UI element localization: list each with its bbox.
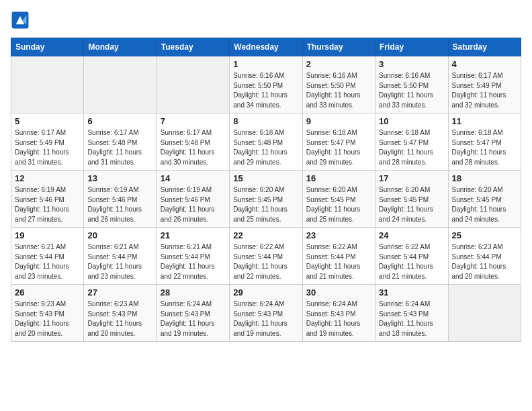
calendar-cell: 17Sunrise: 6:20 AM Sunset: 5:45 PM Dayli…	[375, 171, 448, 228]
day-number: 3	[379, 59, 444, 69]
calendar-week-row: 1Sunrise: 6:16 AM Sunset: 5:50 PM Daylig…	[11, 56, 521, 113]
day-number: 18	[452, 173, 517, 183]
calendar-cell: 27Sunrise: 6:23 AM Sunset: 5:43 PM Dayli…	[84, 285, 157, 342]
day-info: Sunrise: 6:16 AM Sunset: 5:50 PM Dayligh…	[379, 71, 444, 110]
calendar-cell: 10Sunrise: 6:18 AM Sunset: 5:47 PM Dayli…	[375, 113, 448, 171]
day-info: Sunrise: 6:22 AM Sunset: 5:44 PM Dayligh…	[233, 242, 298, 281]
calendar-cell: 9Sunrise: 6:18 AM Sunset: 5:47 PM Daylig…	[302, 113, 375, 171]
calendar-week-row: 5Sunrise: 6:17 AM Sunset: 5:49 PM Daylig…	[11, 113, 521, 171]
day-info: Sunrise: 6:20 AM Sunset: 5:45 PM Dayligh…	[379, 185, 444, 224]
day-number: 23	[306, 230, 371, 240]
day-number: 20	[87, 230, 152, 240]
calendar-cell	[157, 56, 229, 113]
logo	[11, 11, 32, 30]
day-number: 8	[233, 116, 298, 126]
day-info: Sunrise: 6:18 AM Sunset: 5:48 PM Dayligh…	[233, 128, 298, 167]
calendar-cell: 25Sunrise: 6:23 AM Sunset: 5:44 PM Dayli…	[448, 228, 521, 285]
calendar-cell: 30Sunrise: 6:24 AM Sunset: 5:43 PM Dayli…	[302, 285, 375, 342]
day-number: 2	[306, 59, 371, 69]
calendar-cell: 20Sunrise: 6:21 AM Sunset: 5:44 PM Dayli…	[84, 228, 157, 285]
calendar-cell: 12Sunrise: 6:19 AM Sunset: 5:46 PM Dayli…	[11, 171, 84, 228]
day-info: Sunrise: 6:19 AM Sunset: 5:46 PM Dayligh…	[161, 185, 226, 224]
day-info: Sunrise: 6:16 AM Sunset: 5:50 PM Dayligh…	[233, 71, 298, 110]
day-info: Sunrise: 6:17 AM Sunset: 5:48 PM Dayligh…	[161, 128, 226, 167]
weekday-header: Wednesday	[230, 38, 302, 56]
day-number: 30	[306, 287, 371, 298]
calendar-body: 1Sunrise: 6:16 AM Sunset: 5:50 PM Daylig…	[11, 56, 521, 342]
day-info: Sunrise: 6:24 AM Sunset: 5:43 PM Dayligh…	[233, 300, 298, 338]
calendar-cell: 13Sunrise: 6:19 AM Sunset: 5:46 PM Dayli…	[84, 171, 157, 228]
calendar-week-row: 26Sunrise: 6:23 AM Sunset: 5:43 PM Dayli…	[11, 285, 521, 342]
page-header	[11, 11, 521, 30]
day-info: Sunrise: 6:23 AM Sunset: 5:43 PM Dayligh…	[87, 300, 152, 338]
day-info: Sunrise: 6:24 AM Sunset: 5:43 PM Dayligh…	[379, 300, 444, 338]
calendar-cell: 7Sunrise: 6:17 AM Sunset: 5:48 PM Daylig…	[157, 113, 229, 171]
day-number: 15	[233, 173, 298, 183]
calendar-table: SundayMondayTuesdayWednesdayThursdayFrid…	[11, 38, 521, 342]
day-number: 12	[15, 173, 80, 183]
calendar-cell: 26Sunrise: 6:23 AM Sunset: 5:43 PM Dayli…	[11, 285, 84, 342]
calendar-cell: 23Sunrise: 6:22 AM Sunset: 5:44 PM Dayli…	[302, 228, 375, 285]
day-info: Sunrise: 6:23 AM Sunset: 5:43 PM Dayligh…	[15, 300, 80, 338]
calendar-cell	[448, 285, 521, 342]
day-info: Sunrise: 6:17 AM Sunset: 5:48 PM Dayligh…	[87, 128, 152, 167]
day-info: Sunrise: 6:18 AM Sunset: 5:47 PM Dayligh…	[452, 128, 517, 167]
calendar-cell: 28Sunrise: 6:24 AM Sunset: 5:43 PM Dayli…	[157, 285, 229, 342]
day-number: 29	[233, 287, 298, 298]
weekday-header: Tuesday	[157, 38, 229, 56]
day-info: Sunrise: 6:20 AM Sunset: 5:45 PM Dayligh…	[452, 185, 517, 224]
calendar-week-row: 19Sunrise: 6:21 AM Sunset: 5:44 PM Dayli…	[11, 228, 521, 285]
day-info: Sunrise: 6:23 AM Sunset: 5:44 PM Dayligh…	[452, 242, 517, 281]
calendar-cell: 8Sunrise: 6:18 AM Sunset: 5:48 PM Daylig…	[230, 113, 302, 171]
calendar-cell: 31Sunrise: 6:24 AM Sunset: 5:43 PM Dayli…	[375, 285, 448, 342]
calendar-cell: 24Sunrise: 6:22 AM Sunset: 5:44 PM Dayli…	[375, 228, 448, 285]
day-number: 9	[306, 116, 371, 126]
calendar-cell: 11Sunrise: 6:18 AM Sunset: 5:47 PM Dayli…	[448, 113, 521, 171]
day-number: 5	[15, 116, 80, 126]
calendar-cell: 21Sunrise: 6:21 AM Sunset: 5:44 PM Dayli…	[157, 228, 229, 285]
calendar-header: SundayMondayTuesdayWednesdayThursdayFrid…	[11, 38, 521, 56]
day-number: 10	[379, 116, 444, 126]
day-number: 19	[15, 230, 80, 240]
day-info: Sunrise: 6:24 AM Sunset: 5:43 PM Dayligh…	[161, 300, 226, 338]
calendar-cell: 6Sunrise: 6:17 AM Sunset: 5:48 PM Daylig…	[84, 113, 157, 171]
day-number: 28	[161, 287, 226, 298]
day-number: 13	[87, 173, 152, 183]
calendar-cell: 3Sunrise: 6:16 AM Sunset: 5:50 PM Daylig…	[375, 56, 448, 113]
calendar-week-row: 12Sunrise: 6:19 AM Sunset: 5:46 PM Dayli…	[11, 171, 521, 228]
weekday-header: Friday	[375, 38, 448, 56]
day-info: Sunrise: 6:17 AM Sunset: 5:49 PM Dayligh…	[15, 128, 80, 167]
day-number: 7	[161, 116, 226, 126]
day-number: 31	[379, 287, 444, 298]
day-info: Sunrise: 6:18 AM Sunset: 5:47 PM Dayligh…	[306, 128, 371, 167]
calendar-cell: 4Sunrise: 6:17 AM Sunset: 5:49 PM Daylig…	[448, 56, 521, 113]
calendar-cell	[11, 56, 84, 113]
weekday-header: Sunday	[11, 38, 84, 56]
day-number: 16	[306, 173, 371, 183]
day-number: 27	[87, 287, 152, 298]
day-number: 17	[379, 173, 444, 183]
day-number: 4	[452, 59, 517, 69]
day-info: Sunrise: 6:22 AM Sunset: 5:44 PM Dayligh…	[306, 242, 371, 281]
day-info: Sunrise: 6:21 AM Sunset: 5:44 PM Dayligh…	[15, 242, 80, 281]
calendar-cell	[84, 56, 157, 113]
day-info: Sunrise: 6:20 AM Sunset: 5:45 PM Dayligh…	[306, 185, 371, 224]
day-info: Sunrise: 6:21 AM Sunset: 5:44 PM Dayligh…	[161, 242, 226, 281]
day-info: Sunrise: 6:21 AM Sunset: 5:44 PM Dayligh…	[87, 242, 152, 281]
calendar-cell: 22Sunrise: 6:22 AM Sunset: 5:44 PM Dayli…	[230, 228, 302, 285]
day-info: Sunrise: 6:24 AM Sunset: 5:43 PM Dayligh…	[306, 300, 371, 338]
day-info: Sunrise: 6:19 AM Sunset: 5:46 PM Dayligh…	[87, 185, 152, 224]
calendar-cell: 14Sunrise: 6:19 AM Sunset: 5:46 PM Dayli…	[157, 171, 229, 228]
day-number: 21	[161, 230, 226, 240]
day-info: Sunrise: 6:19 AM Sunset: 5:46 PM Dayligh…	[15, 185, 80, 224]
day-number: 1	[233, 59, 298, 69]
day-number: 6	[87, 116, 152, 126]
calendar-cell: 1Sunrise: 6:16 AM Sunset: 5:50 PM Daylig…	[230, 56, 302, 113]
logo-icon	[11, 11, 30, 30]
day-number: 26	[15, 287, 80, 298]
calendar-cell: 19Sunrise: 6:21 AM Sunset: 5:44 PM Dayli…	[11, 228, 84, 285]
day-info: Sunrise: 6:18 AM Sunset: 5:47 PM Dayligh…	[379, 128, 444, 167]
day-info: Sunrise: 6:20 AM Sunset: 5:45 PM Dayligh…	[233, 185, 298, 224]
day-number: 25	[452, 230, 517, 240]
weekday-header: Thursday	[302, 38, 375, 56]
